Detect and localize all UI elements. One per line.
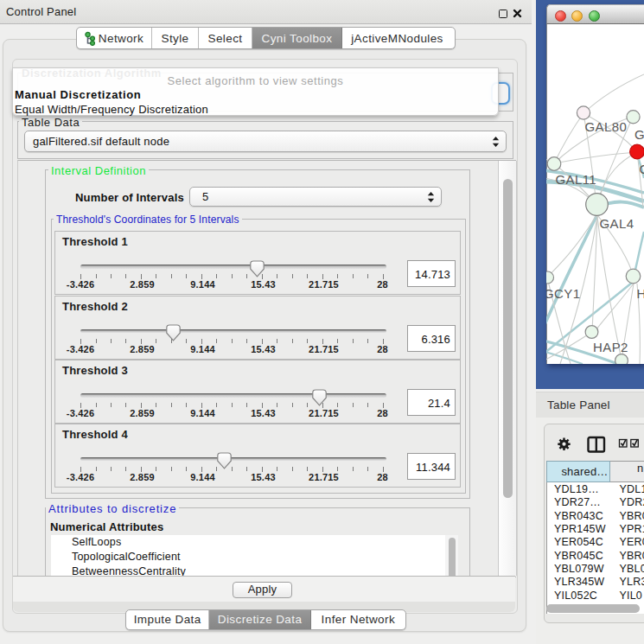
svg-text:C: C <box>640 162 644 176</box>
svg-text:HAP2: HAP2 <box>593 340 628 354</box>
svg-text:GAL80: GAL80 <box>585 119 628 134</box>
svg-text:H: H <box>637 286 644 301</box>
svg-text:GAL4: GAL4 <box>600 216 634 231</box>
svg-text:GAL: GAL <box>634 127 644 142</box>
svg-text:GCY1: GCY1 <box>546 286 580 301</box>
svg-text:GAL11: GAL11 <box>556 172 597 187</box>
